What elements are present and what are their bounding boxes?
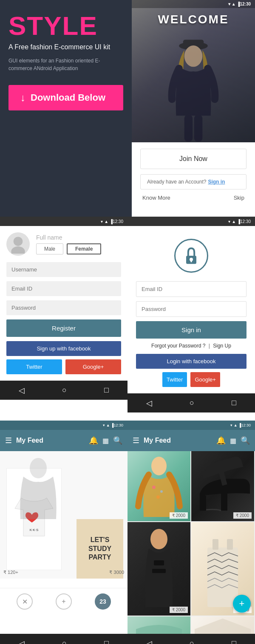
home-nav-icon[interactable]: ○: [62, 386, 67, 395]
lf-apps-icon[interactable]: □: [104, 639, 109, 644]
right-feed-nav-bar: ◁ ○ □: [128, 634, 255, 644]
left-panel: STYLE A Free fashion E-commerce UI kit G…: [0, 0, 132, 217]
rf-search-icon[interactable]: 🔍: [241, 436, 250, 445]
login-password-input[interactable]: [136, 301, 246, 317]
login-email-input[interactable]: [136, 281, 246, 297]
know-more-link[interactable]: Know More: [142, 195, 170, 201]
add-action-button[interactable]: +: [56, 593, 72, 610]
top-section: STYLE A Free fashion E-commerce UI kit G…: [0, 0, 255, 217]
app-subtitle: A Free fashion E-commerce UI kit: [8, 43, 123, 51]
password-input[interactable]: [6, 300, 121, 315]
female-button[interactable]: Female: [67, 243, 101, 254]
svg-rect-18: [152, 569, 166, 573]
feed-item-shoes[interactable]: ₹ 2000: [191, 451, 254, 521]
svg-rect-17: [154, 560, 164, 565]
register-status-bar: ▾ ▲ ▐ 12:30: [0, 217, 128, 226]
download-button[interactable]: ↓ Download Below: [8, 85, 123, 110]
svg-point-6: [11, 246, 25, 254]
apps-nav-icon[interactable]: □: [104, 386, 109, 395]
gender-row: Male Female: [36, 243, 121, 254]
avatar[interactable]: [6, 232, 30, 256]
svg-rect-21: [227, 539, 233, 550]
reg-time: 12:30: [113, 219, 123, 224]
google-button[interactable]: Google+: [65, 359, 121, 374]
welcome-background: WELCOME: [132, 0, 255, 144]
login-time: 12:30: [240, 219, 251, 224]
social-row: Twitter Google+: [6, 359, 121, 374]
skip-link[interactable]: Skip: [234, 195, 244, 201]
avatar-row: Full name Male Female: [6, 232, 121, 256]
svg-rect-4: [194, 115, 202, 141]
feed-item-dress[interactable]: ₹ 2000: [128, 451, 190, 521]
rf-grid-icon[interactable]: ▦: [230, 437, 236, 445]
feed-item-bottom2[interactable]: [191, 616, 254, 634]
back-nav-icon[interactable]: ◁: [19, 386, 25, 395]
rf-hamburger-icon[interactable]: ☰: [133, 436, 139, 445]
notification-icon[interactable]: 🔔: [89, 436, 98, 445]
price-tag-2: ₹ 3000: [109, 570, 124, 575]
male-button[interactable]: Male: [36, 243, 63, 254]
register-form: Full name Male Female Register Sign up w…: [0, 226, 128, 381]
svg-rect-9: [190, 260, 192, 262]
search-icon[interactable]: 🔍: [113, 436, 122, 445]
login-screen: ▾ ▲ ▐ 12:30 Sign in Forgot your Pass: [128, 217, 255, 421]
login-apps-icon[interactable]: □: [232, 398, 236, 407]
count-badge[interactable]: 23: [95, 593, 111, 610]
rf-notification-icon[interactable]: 🔔: [216, 436, 226, 445]
svg-rect-19: [207, 548, 238, 607]
svg-point-13: [152, 486, 156, 489]
facebook-signup-button[interactable]: Sign up with facebook: [6, 341, 121, 356]
email-input[interactable]: [6, 281, 121, 296]
welcome-bottom-links: Know More Skip: [140, 195, 246, 201]
app-description: GUI elements for an Fashion oriented E-c…: [8, 57, 123, 72]
feed-row-3: [128, 616, 255, 634]
fab-add-button[interactable]: +: [233, 595, 251, 613]
login-back-icon[interactable]: ◁: [146, 398, 152, 408]
register-screen: ▾ ▲ ▐ 12:30 Full name Male: [0, 217, 128, 421]
rf-home-icon[interactable]: ○: [190, 639, 194, 644]
middle-row: ▾ ▲ ▐ 12:30 Full name Male: [0, 217, 255, 421]
download-label: Download Below: [31, 92, 105, 103]
register-button[interactable]: Register: [6, 319, 121, 337]
login-status-bar: ▾ ▲ ▐ 12:30: [128, 217, 255, 226]
left-feed-content: K·K·S LET'SSTUDYPARTY ₹ 120+ ₹ 3000: [0, 451, 128, 634]
svg-point-2: [184, 45, 203, 67]
login-phone-container: ▾ ▲ ▐ 12:30 Sign in Forgot your Pass: [128, 217, 255, 421]
close-action-button[interactable]: ✕: [17, 593, 33, 610]
tote-text: LET'SSTUDYPARTY: [88, 536, 111, 562]
signin-button[interactable]: Sign in: [136, 321, 246, 339]
login-google-button[interactable]: Google+: [190, 372, 220, 387]
rf-signal: ▾ ▲ ▐: [230, 423, 241, 427]
welcome-status-time: 12:30: [240, 2, 251, 6]
featured-card: K·K·S LET'SSTUDYPARTY ₹ 120+ ₹ 3000: [0, 451, 128, 579]
login-nav-bar: ◁ ○ □: [128, 393, 255, 412]
login-signal: ▾ ▲ ▐: [228, 219, 240, 224]
twitter-button[interactable]: Twitter: [6, 359, 62, 374]
dress-illustration: [128, 451, 190, 521]
svg-point-16: [150, 529, 167, 549]
feed-item-bottom1[interactable]: [128, 616, 190, 634]
forgot-password-link[interactable]: Forgot your Password ?: [151, 343, 205, 349]
welcome-phone-screen: ▾ ▲ ▐ 12:30 WELCOME: [132, 0, 255, 217]
rf-back-icon[interactable]: ◁: [146, 639, 152, 644]
hamburger-icon[interactable]: ☰: [5, 436, 12, 445]
join-now-button[interactable]: Join Now: [140, 149, 246, 169]
grid-icon[interactable]: ▦: [102, 437, 109, 445]
right-feed-status-bar: ▾ ▲ ▐ 12:30: [128, 421, 255, 430]
left-feed-status-bar: ▾ ▲ ▐ 12:30: [0, 421, 128, 430]
facebook-login-button[interactable]: Login with facebook: [136, 354, 246, 369]
rf-apps-icon[interactable]: □: [232, 639, 236, 644]
lf-home-icon[interactable]: ○: [62, 639, 67, 644]
login-home-icon[interactable]: ○: [190, 398, 194, 407]
bottom-actions: ✕ + 23: [0, 588, 128, 615]
lf-back-icon[interactable]: ◁: [19, 639, 25, 644]
left-feed-header: ☰ My Feed 🔔 ▦ 🔍: [0, 430, 128, 451]
lf-signal: ▾ ▲ ▐: [103, 423, 113, 427]
price-r1: ₹ 2000: [170, 512, 188, 519]
login-twitter-button[interactable]: Twitter: [162, 372, 187, 387]
sign-in-link[interactable]: Sign in: [208, 179, 225, 185]
username-input[interactable]: [6, 262, 121, 277]
signup-link[interactable]: Sign Up: [213, 343, 231, 349]
welcome-title: WELCOME: [132, 13, 255, 26]
feed-item-woman2[interactable]: ₹ 2000: [128, 522, 190, 616]
